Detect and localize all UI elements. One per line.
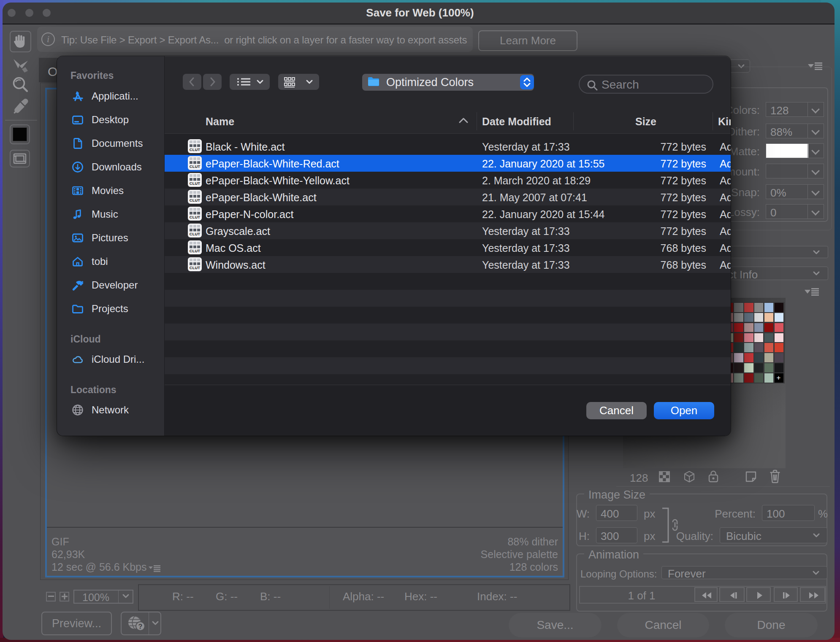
svg-text:?: ? bbox=[138, 623, 143, 630]
